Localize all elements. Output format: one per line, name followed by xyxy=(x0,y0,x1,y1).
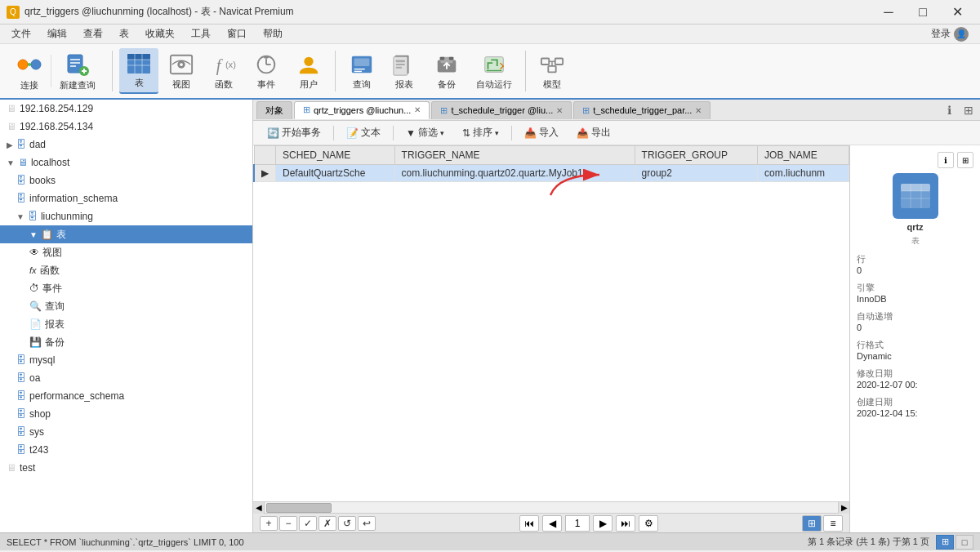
check-record-button[interactable]: ✓ xyxy=(299,516,317,531)
sort-button[interactable]: ⇅ 排序 ▾ xyxy=(455,124,506,142)
tab-close-schedule-par[interactable]: ✕ xyxy=(695,106,702,115)
db-icon: 🗄 xyxy=(16,354,26,366)
grid-view-button[interactable]: ⊞ xyxy=(802,515,822,532)
user-button[interactable]: 用户 xyxy=(289,48,328,94)
export-button[interactable]: 📤 导出 xyxy=(569,124,618,142)
sidebar-item-label: mysql xyxy=(29,354,55,366)
sidebar-item-192-134[interactable]: 🖥 192.168.254.134 xyxy=(0,118,252,136)
menu-view[interactable]: 查看 xyxy=(75,25,111,42)
cell-job-name[interactable]: com.liuchunm xyxy=(758,165,849,182)
scroll-left-button[interactable]: ◀ xyxy=(253,502,265,514)
sidebar-item-information-schema[interactable]: 🗄 information_schema xyxy=(0,189,252,207)
minimize-button[interactable]: ─ xyxy=(872,0,905,24)
report-button[interactable]: 报表 xyxy=(385,48,424,94)
sidebar-item-sys[interactable]: 🗄 sys xyxy=(0,423,252,441)
sidebar-item-label: oa xyxy=(29,372,40,384)
menu-table[interactable]: 表 xyxy=(111,25,137,42)
autorun-button[interactable]: 自动运行 xyxy=(470,48,519,94)
backup-button[interactable]: 备份 xyxy=(427,48,466,94)
table-container[interactable]: SCHED_NAME TRIGGER_NAME TRIGGER_GROUP JO… xyxy=(253,145,849,501)
tab-close-schedule[interactable]: ✕ xyxy=(556,106,563,115)
refresh-button[interactable]: ↺ xyxy=(338,516,356,531)
model-button[interactable]: 模型 xyxy=(532,48,572,94)
tab-schedule-trigger-par[interactable]: ⊞ t_schedule_trigger_par... ✕ xyxy=(573,101,710,119)
col-header-job-name[interactable]: JOB_NAME xyxy=(758,146,849,165)
sidebar-item-tables[interactable]: ▼ 📋 表 xyxy=(0,225,252,243)
menu-edit[interactable]: 编辑 xyxy=(39,25,75,42)
sidebar-item-queries[interactable]: 🔍 查询 xyxy=(0,297,252,315)
col-header-trigger-group[interactable]: TRIGGER_GROUP xyxy=(635,146,757,165)
start-transaction-button[interactable]: 🔄 开始事务 xyxy=(260,124,328,142)
view-button[interactable]: 视图 xyxy=(162,48,201,94)
function-button[interactable]: f (x) 函数 xyxy=(204,48,243,94)
sidebar-item-t243[interactable]: 🗄 t243 xyxy=(0,441,252,459)
menu-window[interactable]: 窗口 xyxy=(219,25,255,42)
sidebar-item-test[interactable]: 🖥 test xyxy=(0,459,252,477)
import-button[interactable]: 📥 导入 xyxy=(517,124,566,142)
scroll-right-button[interactable]: ▶ xyxy=(838,502,849,514)
status-grid-button[interactable]: ⊞ xyxy=(936,535,954,550)
undo-button[interactable]: ↩ xyxy=(358,516,376,531)
cell-trigger-name[interactable]: com.liuchunming.quartz02.quartz.MyJob1 xyxy=(394,165,635,182)
menu-tools[interactable]: 工具 xyxy=(183,25,219,42)
rp-info-button[interactable]: ℹ xyxy=(938,152,954,168)
tab-object[interactable]: 对象 xyxy=(256,101,292,119)
sidebar-item-shop[interactable]: 🗄 shop xyxy=(0,405,252,423)
last-page-button[interactable]: ⏭ xyxy=(616,515,635,532)
sidebar-item-books[interactable]: 🗄 books xyxy=(0,171,252,189)
cell-sched-name[interactable]: DefaultQuartzSche xyxy=(276,165,395,182)
sidebar-item-oa[interactable]: 🗄 oa xyxy=(0,369,252,387)
tab-grid-button[interactable]: ⊞ xyxy=(960,104,977,117)
start-transaction-label: 开始事务 xyxy=(282,126,321,140)
sidebar-item-192-129[interactable]: 🖥 192.168.254.129 xyxy=(0,100,252,118)
prev-page-button[interactable]: ◀ xyxy=(542,515,562,532)
maximize-button[interactable]: □ xyxy=(906,0,939,24)
sidebar-item-liuchunming[interactable]: ▼ 🗄 liuchunming xyxy=(0,207,252,225)
cell-trigger-group[interactable]: group2 xyxy=(635,165,757,182)
sidebar-item-views[interactable]: 👁 视图 xyxy=(0,243,252,261)
h-scrollbar[interactable]: ◀ ▶ xyxy=(253,501,849,513)
table-row[interactable]: ▶ DefaultQuartzSche com.liuchunming.quar… xyxy=(254,165,849,182)
sidebar-item-reports[interactable]: 📄 报表 xyxy=(0,315,252,333)
table-button[interactable]: 表 xyxy=(119,48,158,94)
tab-close-qrtz[interactable]: ✕ xyxy=(414,105,421,114)
sidebar-item-performance-schema[interactable]: 🗄 performance_schema xyxy=(0,387,252,405)
filter-button[interactable]: ▼ 筛选 ▾ xyxy=(399,124,452,142)
close-button[interactable]: ✕ xyxy=(941,0,973,24)
list-view-button[interactable]: ≡ xyxy=(823,515,843,532)
window-controls[interactable]: ─ □ ✕ xyxy=(872,0,973,24)
sidebar-item-events[interactable]: ⏱ 事件 xyxy=(0,279,252,297)
query-button[interactable]: 查询 xyxy=(342,48,381,94)
add-record-button[interactable]: + xyxy=(260,516,278,531)
delete-record-button[interactable]: − xyxy=(279,516,297,531)
next-page-button[interactable]: ▶ xyxy=(593,515,612,532)
tab-schedule-trigger[interactable]: ⊞ t_schedule_trigger @liu... ✕ xyxy=(431,101,572,119)
login-button[interactable]: 登录 👤 xyxy=(923,25,977,43)
first-page-button[interactable]: ⏮ xyxy=(519,515,539,532)
cancel-record-button[interactable]: ✗ xyxy=(318,516,336,531)
new-query-button[interactable]: 新建查询 xyxy=(53,48,102,94)
rp-expand-button[interactable]: ⊞ xyxy=(957,152,973,168)
connect-button[interactable]: 连接 xyxy=(10,48,49,94)
sidebar-item-functions[interactable]: fx 函数 xyxy=(0,261,252,279)
tab-qrtz-triggers[interactable]: ⊞ qrtz_triggers @liuchun... ✕ xyxy=(294,101,430,119)
h-scrollbar-thumb[interactable] xyxy=(266,503,332,513)
status-view-buttons: ⊞ □ xyxy=(936,535,973,550)
settings-button[interactable]: ⚙ xyxy=(639,515,658,532)
col-header-sched-name[interactable]: SCHED_NAME xyxy=(276,146,395,165)
status-list-button[interactable]: □ xyxy=(956,535,973,550)
event-button[interactable]: 事件 xyxy=(247,48,286,94)
sidebar-item-localhost[interactable]: ▼ 🖥 localhost xyxy=(0,154,252,171)
tab-info-button[interactable]: ℹ xyxy=(941,104,957,117)
text-button[interactable]: 📝 文本 xyxy=(339,124,388,142)
menu-help[interactable]: 帮助 xyxy=(255,25,291,42)
page-number-input[interactable] xyxy=(565,515,590,532)
col-header-trigger-name[interactable]: TRIGGER_NAME xyxy=(394,146,635,165)
sidebar-item-mysql[interactable]: 🗄 mysql xyxy=(0,351,252,369)
sidebar-item-backup[interactable]: 💾 备份 xyxy=(0,333,252,351)
sidebar-item-dad[interactable]: ▶ 🗄 dad xyxy=(0,136,252,154)
menu-favorites[interactable]: 收藏夹 xyxy=(137,25,183,42)
report-icon xyxy=(391,51,417,77)
menu-file[interactable]: 文件 xyxy=(3,25,39,42)
row-arrow-icon: ▶ xyxy=(261,167,269,179)
